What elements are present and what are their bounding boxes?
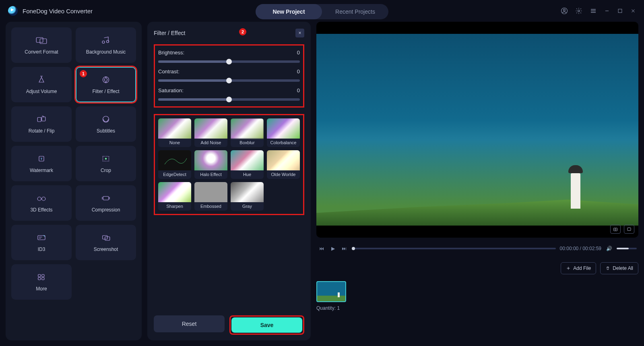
- prev-frame-button[interactable]: ⏮: [318, 246, 325, 251]
- svg-rect-23: [42, 274, 44, 277]
- titlebar-actions: [561, 7, 636, 15]
- tool-convert-format[interactable]: Convert Format: [11, 27, 72, 63]
- tool-background-music[interactable]: Background Music: [76, 27, 136, 63]
- filter-boxblur[interactable]: Boxblur: [231, 118, 264, 147]
- filter-gray[interactable]: Gray: [231, 182, 264, 211]
- tool-rotate-flip[interactable]: Rotate / Flip: [11, 106, 72, 142]
- svg-point-7: [107, 40, 109, 43]
- filter-colorbalance[interactable]: Colorbalance: [267, 118, 300, 147]
- compression-icon: [100, 193, 112, 203]
- filter-effect-panel: Filter / Effect × 2 Brightness:0 Contras…: [147, 22, 311, 340]
- slider-saturation: Saturation:0: [158, 87, 300, 101]
- settings-icon[interactable]: [575, 7, 582, 15]
- filter-add-noise[interactable]: Add Noise: [194, 118, 227, 147]
- filter-presets: None Add Noise Boxblur Colorbalance Edge…: [154, 114, 304, 215]
- saturation-slider[interactable]: [158, 98, 300, 101]
- svg-text:T: T: [41, 157, 43, 161]
- menu-icon[interactable]: [590, 7, 597, 15]
- filter-none[interactable]: None: [158, 118, 191, 147]
- tool-subtitles[interactable]: Subtitles: [76, 106, 136, 142]
- tab-new-project[interactable]: New Project: [256, 4, 322, 19]
- tool-compression[interactable]: Compression: [76, 185, 136, 221]
- contrast-slider[interactable]: [158, 79, 300, 82]
- svg-rect-5: [40, 39, 47, 44]
- tool-label: More: [36, 286, 47, 292]
- slider-label: Brightness:: [158, 50, 184, 56]
- convert-format-icon: [35, 35, 47, 45]
- file-thumbnail[interactable]: [316, 281, 346, 302]
- filter-embossed[interactable]: Embossed: [194, 182, 227, 211]
- delete-all-button[interactable]: Delete All: [600, 262, 638, 274]
- filter-sharpen[interactable]: Sharpen: [158, 182, 191, 211]
- minimize-icon[interactable]: [604, 7, 610, 15]
- svg-rect-22: [38, 274, 41, 277]
- tool-label: Rotate / Flip: [29, 128, 55, 134]
- slider-label: Contrast:: [158, 68, 180, 75]
- volume-icon: [35, 75, 47, 85]
- transport-bar: ⏮ ▶ ⏭ 00:00:00 / 00:02:59 🔊: [316, 242, 638, 255]
- svg-rect-19: [38, 236, 45, 240]
- slider-label: Saturation:: [158, 87, 184, 93]
- filter-edgedetect[interactable]: EdgeDetect: [158, 150, 191, 179]
- svg-rect-3: [618, 9, 622, 13]
- tool-watermark[interactable]: T Watermark: [11, 146, 72, 181]
- filter-olde-worlde[interactable]: Olde Worlde: [267, 150, 300, 179]
- svg-point-6: [102, 41, 105, 44]
- annotation-badge-1: 1: [80, 70, 87, 77]
- account-icon[interactable]: [561, 7, 568, 15]
- tool-id3[interactable]: ID3: [11, 225, 72, 260]
- seek-bar[interactable]: [352, 248, 556, 249]
- svg-point-15: [105, 158, 107, 160]
- next-frame-button[interactable]: ⏭: [341, 246, 348, 251]
- svg-rect-26: [613, 228, 617, 231]
- close-window-icon[interactable]: [630, 7, 636, 15]
- tab-recent-projects[interactable]: Recent Projects: [322, 4, 388, 19]
- maximize-icon[interactable]: [617, 7, 623, 15]
- rotate-icon: [35, 114, 47, 124]
- tool-label: Compression: [92, 207, 120, 213]
- tool-adjust-volume[interactable]: Adjust Volume: [11, 67, 72, 102]
- svg-point-8: [103, 77, 109, 83]
- volume-icon[interactable]: 🔊: [605, 246, 613, 251]
- app-title: FoneDog Video Converter: [23, 8, 93, 15]
- subtitles-icon: [100, 114, 112, 124]
- quantity-label: Quantity: 1: [316, 305, 638, 311]
- preview-column: ⏮ ▶ ⏭ 00:00:00 / 00:02:59 🔊 Add File Del…: [316, 22, 638, 340]
- svg-point-1: [564, 9, 566, 11]
- tool-3d-effects[interactable]: 3D Effects: [11, 185, 72, 221]
- tool-label: 3D Effects: [30, 207, 52, 213]
- tool-filter-effect[interactable]: 1 Filter / Effect: [76, 67, 136, 102]
- tool-label: ID3: [38, 247, 45, 252]
- aperture-icon: [100, 75, 112, 85]
- fullscreen-button[interactable]: [624, 225, 634, 234]
- panel-close-button[interactable]: ×: [295, 29, 304, 37]
- svg-point-2: [578, 10, 580, 12]
- svg-rect-24: [38, 278, 41, 280]
- brightness-slider[interactable]: [158, 60, 300, 63]
- adjustment-sliders: Brightness:0 Contrast:0 Saturation:0: [154, 44, 304, 108]
- volume-slider[interactable]: [617, 248, 637, 249]
- reset-button[interactable]: Reset: [154, 315, 225, 332]
- more-icon: [35, 272, 47, 282]
- watermark-icon: T: [35, 154, 47, 164]
- save-button-highlight: 3 Save: [229, 315, 304, 335]
- screenshot-icon: [100, 233, 112, 242]
- svg-rect-25: [42, 278, 44, 280]
- tool-crop[interactable]: Crop: [76, 146, 136, 181]
- tool-label: Convert Format: [25, 49, 58, 55]
- filter-hue[interactable]: Hue: [231, 150, 264, 179]
- music-icon: [100, 35, 112, 45]
- tool-label: Adjust Volume: [26, 89, 57, 94]
- tool-more[interactable]: More: [11, 264, 72, 300]
- file-actions: Add File Delete All: [316, 259, 638, 277]
- annotation-badge-2: 2: [239, 28, 246, 35]
- tool-label: Crop: [101, 168, 111, 173]
- add-file-button[interactable]: Add File: [561, 262, 596, 274]
- tool-label: Background Music: [86, 49, 126, 55]
- tool-screenshot[interactable]: Screenshot: [76, 225, 136, 260]
- panel-title: Filter / Effect: [154, 30, 185, 36]
- filter-halo-effect[interactable]: Halo Effect: [194, 150, 227, 179]
- snapshot-button[interactable]: [610, 225, 621, 234]
- play-button[interactable]: ▶: [329, 246, 336, 251]
- save-button[interactable]: Save: [231, 317, 302, 333]
